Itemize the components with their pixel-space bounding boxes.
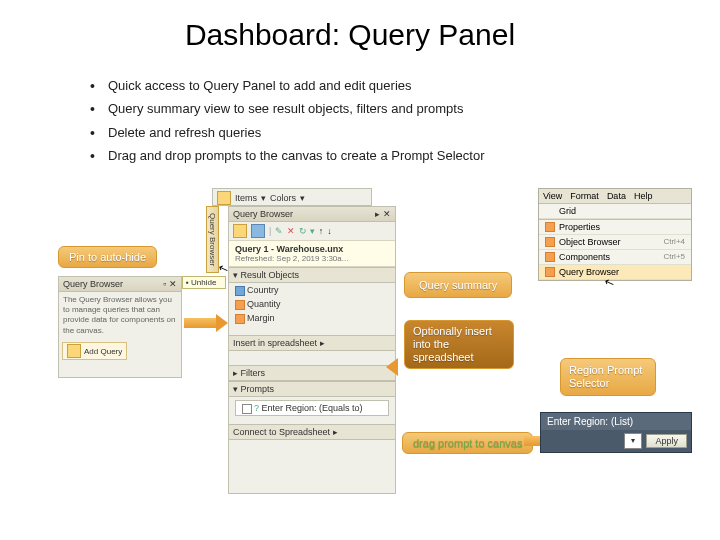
dropdown-icon[interactable]: ▾ [261,193,266,203]
diagram-area: Pin to auto-hide Query Browser ▫ ✕ The Q… [0,188,720,528]
menu-icon[interactable] [217,191,231,205]
toolbar-delete-icon[interactable]: ✕ [287,226,295,236]
region-selector-panel: Enter Region: (List) ▾ Apply [540,412,692,453]
view-menu-panel: View Format Data Help Grid Properties Ob… [538,188,692,281]
add-query-button[interactable]: Add Query [62,342,127,360]
check-icon [545,267,555,277]
prompt-item[interactable]: ? Enter Region: (Equals to) [235,400,389,416]
callout-insert: Optionally insert into the spreadsheet [404,320,514,370]
add-query-label: Add Query [84,347,122,356]
callout-query-summary: Query summary [404,272,512,298]
result-object-item[interactable]: Margin [229,311,395,325]
menu-item-components[interactable]: ComponentsCtrl+5 [539,250,691,265]
region-dropdown[interactable]: ▾ [624,433,642,449]
toolbar-icon[interactable] [251,224,265,238]
panel-header: Query Browser ▫ ✕ [59,277,181,292]
bullet-item: Drag and drop prompts to the canvas to c… [90,144,720,167]
left-query-browser-panel: Query Browser ▫ ✕ The Query Browser allo… [58,276,182,378]
pin-icons[interactable]: ▫ ✕ [163,279,177,289]
toolbar-edit-icon[interactable]: ✎ [275,226,283,236]
menu-view[interactable]: View [543,191,562,201]
section-filters[interactable]: ▸ Filters [229,365,395,381]
main-panel-title: Query Browser [233,209,293,219]
unhide-tooltip: ▪ Unhide [182,276,226,289]
menu-item-properties[interactable]: Properties [539,220,691,235]
toolbar-refresh-icon[interactable]: ↻ ▾ [299,226,315,236]
bullet-item: Delete and refresh queries [90,121,720,144]
insert-spreadsheet-row[interactable]: Insert in spreadsheet ▸ [229,335,395,351]
slide-title: Dashboard: Query Panel [120,18,580,52]
add-icon [67,344,81,358]
menu-topbar: View Format Data Help [539,189,691,204]
check-icon [545,237,555,247]
main-panel-header: Query Browser ▸ ✕ [229,207,395,222]
panel-title: Query Browser [63,279,123,289]
callout-pin: Pin to auto-hide [58,246,157,268]
menu-item-object-browser[interactable]: Object BrowserCtrl+4 [539,235,691,250]
bullet-item: Quick access to Query Panel to add and e… [90,74,720,97]
menu-item-query-browser[interactable]: Query Browser [539,265,691,280]
callout-region-selector: Region Prompt Selector [560,358,656,396]
top-menu-bar: Items ▾ Colors ▾ [212,188,372,206]
result-object-item[interactable]: Country [229,283,395,297]
toolbar-icon[interactable] [233,224,247,238]
menu-item-grid[interactable]: Grid [539,204,691,219]
dropdown-icon[interactable]: ▾ [300,193,305,203]
unhide-label: Unhide [191,278,216,287]
menu-format[interactable]: Format [570,191,599,201]
toolbar-up-icon[interactable]: ↑ [319,226,324,236]
section-result-objects[interactable]: ▾ Result Objects [229,267,395,283]
connect-spreadsheet-row[interactable]: Connect to Spreadsheet ▸ [229,424,395,440]
arrow-icon [396,362,398,372]
pin-close-icons[interactable]: ▸ ✕ [375,209,391,219]
callout-drag-prompt: drag prompt to canvas [402,432,533,454]
main-query-browser: Query Browser ▸ ✕ | ✎ ✕ ↻ ▾ ↑ ↓ Query 1 … [228,206,396,494]
browser-desc: The Query Browser allows you to manage q… [59,292,181,340]
arrow-icon [184,318,218,328]
section-prompts[interactable]: ▾ Prompts [229,381,395,397]
toolbar-sep: | [269,226,271,236]
menu-help[interactable]: Help [634,191,653,201]
menu-item[interactable]: Colors [270,193,296,203]
region-selector-header: Enter Region: (List) [541,413,691,430]
query-name: Query 1 - Warehouse.unx [235,244,389,254]
menu-data[interactable]: Data [607,191,626,201]
result-object-item[interactable]: Quantity [229,297,395,311]
query-date: Refreshed: Sep 2, 2019 3:30a... [235,254,389,263]
toolbar: | ✎ ✕ ↻ ▾ ↑ ↓ [229,222,395,241]
menu-item[interactable]: Items [235,193,257,203]
check-icon [545,222,555,232]
bullet-list: Quick access to Query Panel to add and e… [90,74,720,168]
check-icon [545,252,555,262]
toolbar-down-icon[interactable]: ↓ [327,226,332,236]
bullet-item: Query summary view to see result objects… [90,97,720,120]
apply-button[interactable]: Apply [646,434,687,448]
